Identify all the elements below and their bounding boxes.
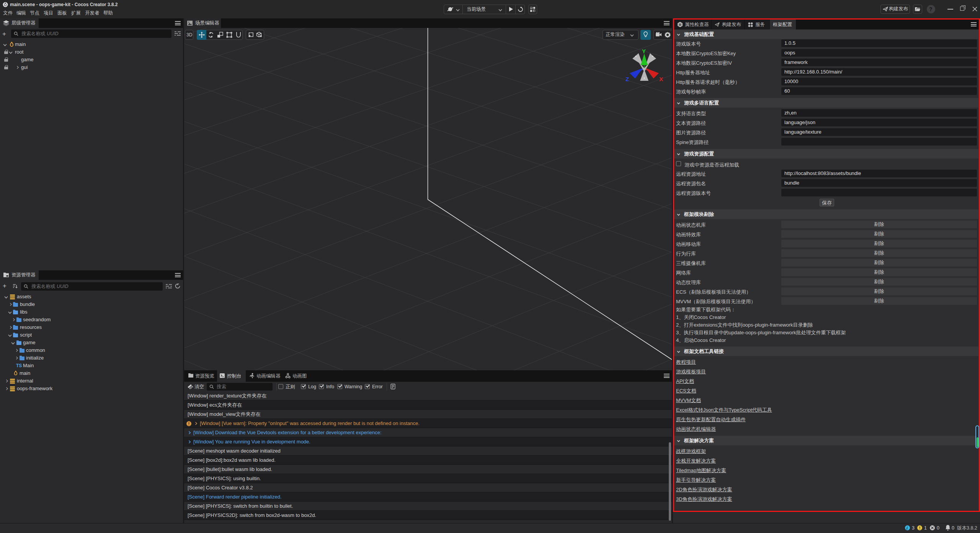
svg-text:X: X xyxy=(659,76,663,82)
svg-text:Z: Z xyxy=(626,76,629,82)
svg-text:Y: Y xyxy=(642,49,646,54)
